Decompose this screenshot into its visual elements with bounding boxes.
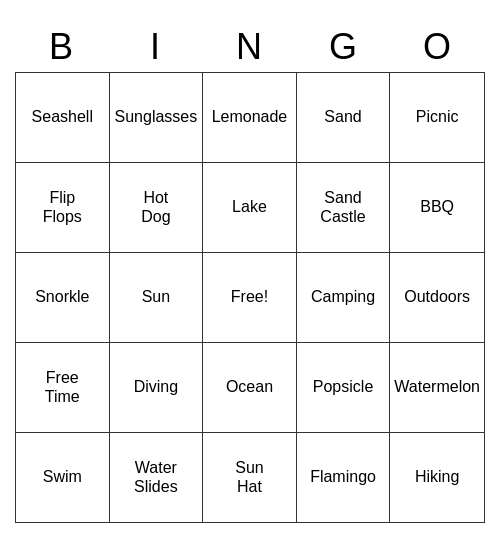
bingo-cell-24: Hiking: [390, 433, 485, 523]
bingo-grid: SeashellSunglassesLemonadeSandPicnicFlip…: [15, 72, 485, 523]
bingo-cell-23: Flamingo: [297, 433, 391, 523]
bingo-cell-3: Sand: [297, 73, 391, 163]
cell-text-9: BBQ: [420, 197, 454, 216]
bingo-cell-16: Diving: [110, 343, 204, 433]
cell-text-8: SandCastle: [320, 188, 365, 226]
cell-text-16: Diving: [134, 377, 178, 396]
bingo-cell-13: Camping: [297, 253, 391, 343]
cell-text-20: Swim: [43, 467, 82, 486]
header-letter-o: O: [391, 22, 485, 72]
bingo-cell-4: Picnic: [390, 73, 485, 163]
cell-text-18: Popsicle: [313, 377, 373, 396]
bingo-cell-18: Popsicle: [297, 343, 391, 433]
cell-text-22: SunHat: [235, 458, 263, 496]
cell-text-17: Ocean: [226, 377, 273, 396]
cell-text-24: Hiking: [415, 467, 459, 486]
cell-text-10: Snorkle: [35, 287, 89, 306]
bingo-cell-19: Watermelon: [390, 343, 485, 433]
bingo-cell-1: Sunglasses: [110, 73, 204, 163]
cell-text-1: Sunglasses: [115, 107, 198, 126]
cell-text-13: Camping: [311, 287, 375, 306]
bingo-cell-22: SunHat: [203, 433, 297, 523]
bingo-cell-0: Seashell: [16, 73, 110, 163]
cell-text-15: FreeTime: [45, 368, 80, 406]
header-letter-g: G: [297, 22, 391, 72]
bingo-cell-9: BBQ: [390, 163, 485, 253]
cell-text-19: Watermelon: [394, 377, 480, 396]
cell-text-5: FlipFlops: [43, 188, 82, 226]
cell-text-0: Seashell: [32, 107, 93, 126]
bingo-cell-5: FlipFlops: [16, 163, 110, 253]
bingo-cell-12: Free!: [203, 253, 297, 343]
bingo-cell-7: Lake: [203, 163, 297, 253]
cell-text-23: Flamingo: [310, 467, 376, 486]
bingo-cell-17: Ocean: [203, 343, 297, 433]
bingo-cell-20: Swim: [16, 433, 110, 523]
bingo-cell-6: HotDog: [110, 163, 204, 253]
bingo-cell-10: Snorkle: [16, 253, 110, 343]
header-letter-i: I: [109, 22, 203, 72]
header-letter-n: N: [203, 22, 297, 72]
cell-text-4: Picnic: [416, 107, 459, 126]
cell-text-2: Lemonade: [212, 107, 288, 126]
header-letter-b: B: [15, 22, 109, 72]
bingo-cell-11: Sun: [110, 253, 204, 343]
cell-text-11: Sun: [142, 287, 170, 306]
bingo-cell-14: Outdoors: [390, 253, 485, 343]
cell-text-12: Free!: [231, 287, 268, 306]
bingo-cell-15: FreeTime: [16, 343, 110, 433]
bingo-cell-2: Lemonade: [203, 73, 297, 163]
cell-text-6: HotDog: [141, 188, 170, 226]
bingo-header: BINGO: [15, 22, 485, 72]
cell-text-3: Sand: [324, 107, 361, 126]
bingo-cell-21: WaterSlides: [110, 433, 204, 523]
cell-text-14: Outdoors: [404, 287, 470, 306]
cell-text-21: WaterSlides: [134, 458, 178, 496]
bingo-card: BINGO SeashellSunglassesLemonadeSandPicn…: [15, 22, 485, 523]
bingo-cell-8: SandCastle: [297, 163, 391, 253]
cell-text-7: Lake: [232, 197, 267, 216]
